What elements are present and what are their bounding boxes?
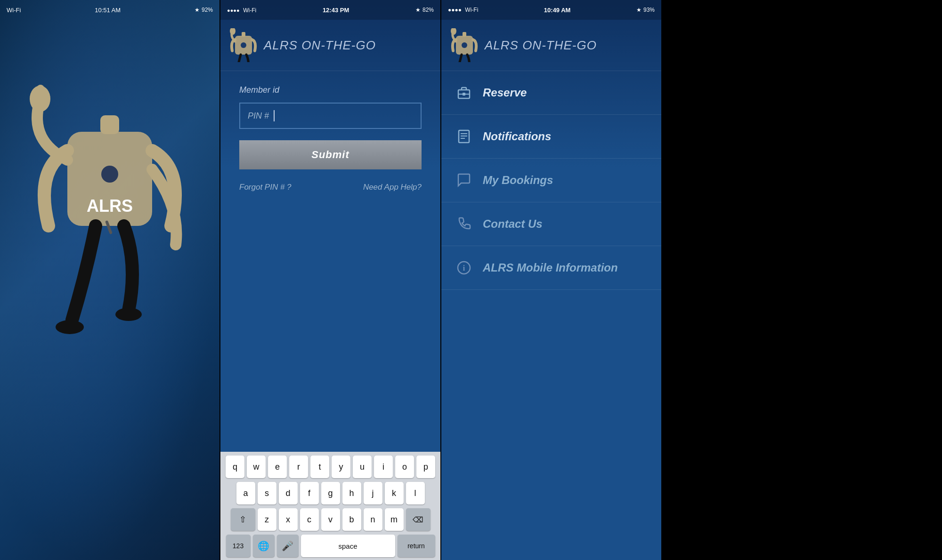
key-n[interactable]: n [364, 508, 382, 531]
bookings-label: My Bookings [483, 174, 553, 187]
login-app-title: ALRS ON-THE-GO [264, 38, 376, 53]
key-y[interactable]: y [332, 456, 350, 478]
key-o[interactable]: o [395, 456, 414, 478]
key-t[interactable]: t [310, 456, 329, 478]
key-a[interactable]: a [236, 482, 255, 504]
info-icon: i [455, 259, 472, 276]
key-e[interactable]: e [268, 456, 287, 478]
svg-rect-4 [37, 85, 44, 101]
svg-rect-21 [463, 93, 465, 96]
key-p[interactable]: p [416, 456, 435, 478]
menu-item-info[interactable]: i ALRS Mobile Information [441, 246, 661, 290]
shift-key[interactable]: ⇧ [231, 508, 255, 531]
mic-key[interactable]: 🎤 [277, 535, 299, 557]
battery-icon: 92% [202, 7, 213, 13]
num-key[interactable]: 123 [226, 535, 251, 557]
briefcase-icon [455, 84, 472, 101]
status-time-splash: 10:51 AM [95, 7, 121, 14]
key-u[interactable]: u [353, 456, 372, 478]
kb-row-1: q w e r t y u i o p [222, 456, 439, 478]
forgot-links: Forgot PIN # ? Need App Help? [239, 183, 422, 192]
bluetooth-icon: ★ [195, 7, 200, 13]
forgot-pin-link[interactable]: Forgot PIN # ? [239, 183, 292, 192]
key-s[interactable]: s [258, 482, 276, 504]
svg-point-6 [115, 308, 142, 321]
key-d[interactable]: d [279, 482, 298, 504]
signal-menu: ●●●● [448, 7, 462, 13]
status-bar-menu: ●●●● Wi-Fi 10:49 AM ★ 93% [441, 0, 661, 20]
menu-item-notifications[interactable]: Notifications [441, 115, 661, 159]
member-id-label: Member id [239, 85, 422, 95]
status-icons-splash: ★ 92% [195, 7, 213, 13]
svg-rect-1 [100, 115, 119, 134]
key-h[interactable]: h [342, 482, 361, 504]
key-w[interactable]: w [247, 456, 266, 478]
menu-item-bookings[interactable]: My Bookings [441, 159, 661, 202]
status-time-menu: 10:49 AM [544, 7, 571, 14]
status-carrier-menu: ●●●● Wi-Fi [448, 7, 478, 13]
reserve-label: Reserve [483, 86, 527, 99]
status-time-login: 12:43 PM [323, 7, 349, 14]
status-icons-menu: ★ 93% [636, 7, 655, 13]
key-v[interactable]: v [321, 508, 340, 531]
svg-rect-18 [452, 28, 455, 32]
key-z[interactable]: z [258, 508, 276, 531]
key-g[interactable]: g [321, 482, 340, 504]
document-icon [455, 128, 472, 145]
info-label: ALRS Mobile Information [483, 261, 618, 274]
menu-app-title: ALRS ON-THE-GO [485, 38, 597, 53]
kb-row-4: 123 🌐 🎤 space return [222, 535, 439, 557]
svg-point-5 [56, 320, 84, 334]
menu-header: ALRS ON-THE-GO [441, 20, 661, 71]
status-bar-splash: Wi-Fi 10:51 AM ★ 92% [0, 0, 219, 20]
key-f[interactable]: f [300, 482, 319, 504]
notifications-label: Notifications [483, 130, 551, 143]
key-m[interactable]: m [385, 508, 404, 531]
phone-icon [455, 216, 472, 232]
key-b[interactable]: b [342, 508, 361, 531]
svg-text:i: i [463, 264, 465, 272]
svg-rect-13 [231, 28, 234, 32]
kb-row-3: ⇧ z x c v b n m ⌫ [222, 508, 439, 531]
battery-menu: 93% [643, 7, 655, 13]
signal-dots: ●●●● [227, 8, 240, 13]
backspace-key[interactable]: ⌫ [406, 508, 430, 531]
pin-input-container[interactable]: PIN # [239, 103, 422, 129]
svg-rect-15 [463, 32, 466, 37]
menu-panel: ●●●● Wi-Fi 10:49 AM ★ 93% ALRS ON-THE- [441, 0, 661, 560]
contact-label: Contact Us [483, 217, 543, 231]
submit-button[interactable]: Submit [239, 140, 422, 169]
need-help-link[interactable]: Need App Help? [363, 183, 422, 192]
key-k[interactable]: k [385, 482, 404, 504]
svg-rect-10 [242, 32, 245, 37]
status-carrier-splash: Wi-Fi [7, 7, 21, 14]
battery-login: 82% [422, 7, 434, 13]
menu-item-contact[interactable]: Contact Us [441, 202, 661, 246]
svg-point-16 [462, 42, 467, 48]
key-i[interactable]: i [374, 456, 393, 478]
key-l[interactable]: l [406, 482, 425, 504]
key-c[interactable]: c [300, 508, 319, 531]
status-carrier-login: ●●●● Wi-Fi [227, 7, 256, 14]
menu-item-reserve[interactable]: Reserve [441, 71, 661, 115]
chat-icon [455, 172, 472, 189]
mascot-svg: ALRS [30, 38, 190, 367]
bluetooth-icon-menu: ★ [636, 7, 642, 13]
key-x[interactable]: x [279, 508, 298, 531]
black-panel [661, 0, 942, 560]
mascot-container: ALRS [30, 38, 190, 369]
login-panel: ●●●● Wi-Fi 12:43 PM ★ 82% ALRS ON-THE- [220, 0, 440, 560]
pin-cursor [274, 110, 275, 121]
globe-key[interactable]: 🌐 [253, 535, 275, 557]
svg-point-2 [101, 166, 118, 183]
app-logo-login [230, 28, 257, 62]
key-j[interactable]: j [364, 482, 382, 504]
splash-panel: Wi-Fi 10:51 AM ★ 92% [0, 0, 219, 560]
key-q[interactable]: q [226, 456, 244, 478]
space-key[interactable]: space [301, 535, 395, 557]
svg-point-11 [241, 42, 246, 48]
return-key[interactable]: return [398, 535, 435, 557]
status-bar-login: ●●●● Wi-Fi 12:43 PM ★ 82% [220, 0, 440, 20]
key-r[interactable]: r [289, 456, 308, 478]
kb-row-2: a s d f g h j k l [222, 482, 439, 504]
